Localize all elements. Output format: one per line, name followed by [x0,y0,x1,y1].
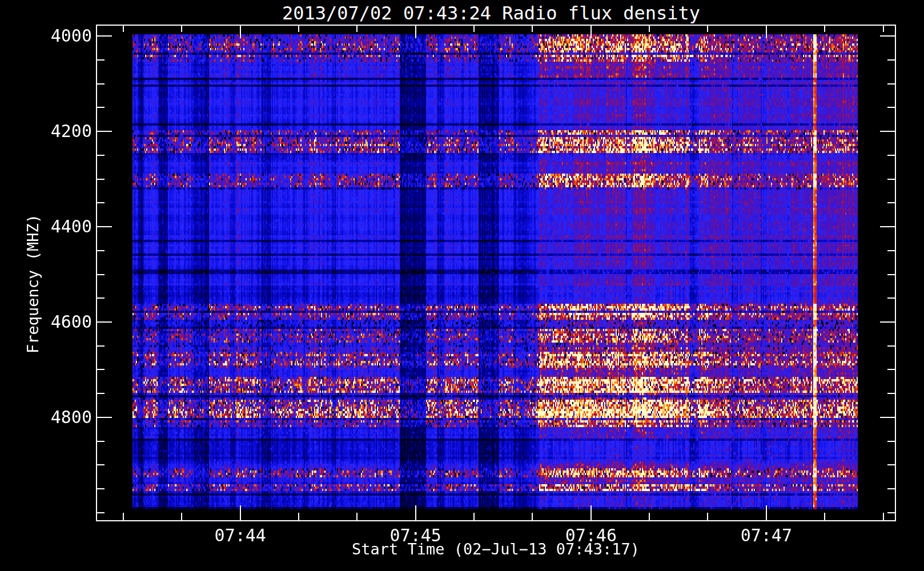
x-axis-tick [240,26,241,38]
x-axis-tick [707,26,708,32]
y-axis-tick [887,464,895,465]
y-axis-tick [97,83,105,85]
y-axis-tick [880,417,895,418]
x-axis-tick [240,505,241,520]
x-axis-tick [473,26,475,32]
y-axis-tick [887,59,895,61]
y-axis-tick [887,393,895,394]
y-tick-label: 4200 [12,122,92,141]
x-axis-tick [590,26,592,38]
x-axis-tick [766,26,767,38]
y-axis-tick [97,107,105,108]
x-axis-tick [532,26,533,32]
y-axis-tick [97,274,105,275]
y-axis-tick [880,226,895,227]
x-axis-tick [298,26,299,32]
y-tick-label: 4000 [12,26,92,46]
y-axis-tick [97,35,112,37]
y-axis-tick [887,107,895,108]
x-axis-tick [415,505,416,520]
x-axis-tick [123,513,124,520]
x-tick-label: 07:47 [721,525,812,545]
y-axis-tick [97,321,112,323]
y-axis-tick [97,512,105,513]
x-axis-tick [649,26,650,32]
y-axis-tick [880,131,895,132]
y-axis-tick [97,155,105,156]
x-tick-label: 07:44 [195,525,286,545]
y-axis-tick [97,488,105,489]
y-axis-tick [97,297,105,299]
y-axis-tick [97,179,105,180]
x-axis-tick [415,26,416,38]
y-axis-tick [887,441,895,442]
x-axis-tick [766,505,767,520]
x-axis-tick [590,505,592,520]
y-axis-tick [887,155,895,156]
y-axis-tick [887,297,895,299]
x-axis-tick [473,513,475,520]
x-axis-tick [707,513,708,520]
x-axis-tick [181,513,182,520]
y-axis-tick [887,345,895,347]
y-axis-tick [97,59,105,61]
x-axis-tick [356,26,357,32]
x-axis-tick [824,26,825,32]
x-axis-tick [824,513,825,520]
x-axis-tick [883,513,884,520]
y-axis-tick [97,131,112,132]
y-axis-tick [887,179,895,180]
y-axis-tick [97,441,105,442]
y-axis-tick [97,202,105,203]
y-axis-title: Frequency (MHZ) [24,214,42,353]
y-axis-tick [97,393,105,394]
y-axis-tick [887,512,895,513]
y-tick-label: 4800 [12,408,92,427]
y-axis-tick [887,202,895,203]
y-axis-tick [887,274,895,275]
x-axis-tick [356,513,357,520]
x-axis-tick [298,513,299,520]
x-axis-tick [649,513,650,520]
x-axis-tick [181,26,182,32]
y-axis-tick [880,35,895,37]
axes-layer: 07:4407:4507:4607:4740004200440046004800 [0,0,924,571]
x-axis-tick [532,513,533,520]
y-axis-tick [880,321,895,323]
y-axis-tick [97,369,105,370]
y-axis-tick [97,345,105,347]
y-axis-tick [887,83,895,85]
y-axis-tick [97,250,105,251]
y-axis-tick [887,488,895,489]
x-axis-title: Start Time (02−Jul−13 07:43:17) [352,540,640,558]
x-axis-tick [123,26,124,32]
x-axis-tick [883,26,884,32]
plot-window: 2013/07/02 07:43:24 Radio flux density 0… [0,0,924,571]
y-axis-tick [97,464,105,465]
y-axis-tick [97,226,112,227]
y-axis-tick [97,417,112,418]
y-axis-tick [887,250,895,251]
y-axis-tick [887,369,895,370]
